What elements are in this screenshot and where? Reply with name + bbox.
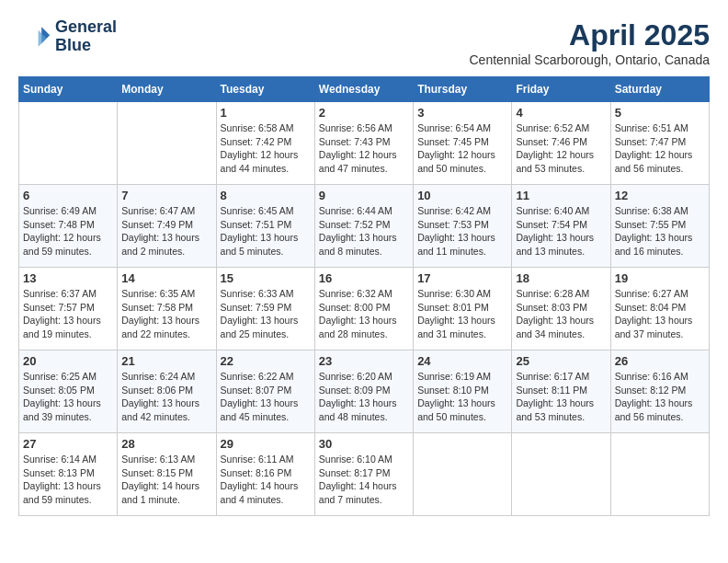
calendar-body: 1 Sunrise: 6:58 AM Sunset: 7:42 PM Dayli…: [19, 102, 710, 516]
sunset-text: Sunset: 7:43 PM: [319, 136, 391, 147]
title-block: April 2025 Centennial Scarborough, Ontar…: [469, 18, 710, 67]
daylight-text: Daylight: 13 hours and 31 minutes.: [417, 315, 495, 339]
week-row-2: 6 Sunrise: 6:49 AM Sunset: 7:48 PM Dayli…: [19, 185, 710, 268]
sunset-text: Sunset: 8:15 PM: [121, 467, 193, 478]
calendar-cell: 19 Sunrise: 6:27 AM Sunset: 8:04 PM Dayl…: [610, 268, 709, 350]
daylight-text: Daylight: 13 hours and 53 minutes.: [516, 397, 594, 422]
daylight-text: Daylight: 12 hours and 56 minutes.: [615, 149, 693, 174]
calendar-cell: 17 Sunrise: 6:30 AM Sunset: 8:01 PM Dayl…: [414, 268, 512, 350]
sunrise-text: Sunrise: 6:47 AM: [121, 205, 195, 216]
calendar-cell: 5 Sunrise: 6:51 AM Sunset: 7:47 PM Dayli…: [610, 102, 709, 185]
day-number: 27: [23, 437, 113, 451]
daylight-text: Daylight: 13 hours and 16 minutes.: [615, 232, 693, 257]
cell-content: Sunrise: 6:19 AM Sunset: 8:10 PM Dayligh…: [417, 370, 507, 424]
daylight-text: Daylight: 13 hours and 19 minutes.: [23, 315, 101, 339]
sunset-text: Sunset: 8:03 PM: [516, 302, 587, 313]
day-number: 7: [121, 189, 211, 202]
cell-content: Sunrise: 6:33 AM Sunset: 7:59 PM Dayligh…: [221, 287, 311, 341]
sunrise-text: Sunrise: 6:28 AM: [516, 288, 589, 299]
sunset-text: Sunset: 8:09 PM: [319, 385, 391, 396]
calendar-header: SundayMondayTuesdayWednesdayThursdayFrid…: [19, 77, 710, 102]
sunrise-text: Sunrise: 6:45 AM: [221, 205, 294, 216]
daylight-text: Daylight: 13 hours and 2 minutes.: [121, 232, 199, 257]
header-day-tuesday: Tuesday: [216, 77, 314, 102]
day-number: 21: [121, 354, 211, 368]
calendar-cell: 8 Sunrise: 6:45 AM Sunset: 7:51 PM Dayli…: [216, 185, 314, 268]
calendar-cell: [118, 102, 216, 185]
day-number: 19: [615, 271, 705, 285]
cell-content: Sunrise: 6:24 AM Sunset: 8:06 PM Dayligh…: [121, 370, 211, 424]
sunrise-text: Sunrise: 6:40 AM: [516, 205, 589, 216]
cell-content: Sunrise: 6:52 AM Sunset: 7:46 PM Dayligh…: [516, 121, 606, 176]
cell-content: Sunrise: 6:13 AM Sunset: 8:15 PM Dayligh…: [121, 453, 211, 507]
sunrise-text: Sunrise: 6:27 AM: [615, 288, 688, 299]
calendar-cell: 15 Sunrise: 6:33 AM Sunset: 7:59 PM Dayl…: [216, 268, 314, 350]
calendar-cell: 9 Sunrise: 6:44 AM Sunset: 7:52 PM Dayli…: [314, 185, 413, 268]
logo: General Blue: [18, 18, 117, 55]
header-day-sunday: Sunday: [19, 77, 118, 102]
day-number: 12: [615, 189, 705, 202]
sunset-text: Sunset: 7:58 PM: [121, 302, 193, 313]
cell-content: Sunrise: 6:44 AM Sunset: 7:52 PM Dayligh…: [319, 204, 409, 259]
daylight-text: Daylight: 13 hours and 39 minutes.: [23, 397, 101, 422]
sunrise-text: Sunrise: 6:49 AM: [23, 205, 97, 216]
cell-content: Sunrise: 6:42 AM Sunset: 7:53 PM Dayligh…: [417, 204, 507, 259]
sunset-text: Sunset: 7:45 PM: [417, 136, 489, 147]
day-number: 1: [221, 106, 311, 120]
day-number: 22: [221, 354, 311, 368]
sunset-text: Sunset: 8:10 PM: [417, 385, 489, 396]
sunrise-text: Sunrise: 6:30 AM: [417, 288, 491, 299]
day-number: 29: [221, 437, 311, 451]
day-number: 17: [417, 271, 507, 285]
cell-content: Sunrise: 6:17 AM Sunset: 8:11 PM Dayligh…: [516, 370, 606, 424]
sunrise-text: Sunrise: 6:38 AM: [615, 205, 688, 216]
day-number: 6: [23, 189, 113, 202]
daylight-text: Daylight: 13 hours and 45 minutes.: [221, 397, 299, 422]
day-number: 3: [417, 106, 507, 120]
calendar-cell: 2 Sunrise: 6:56 AM Sunset: 7:43 PM Dayli…: [314, 102, 413, 185]
day-number: 20: [23, 354, 113, 368]
sunset-text: Sunset: 8:01 PM: [417, 302, 489, 313]
calendar-cell: 26 Sunrise: 6:16 AM Sunset: 8:12 PM Dayl…: [610, 350, 709, 433]
cell-content: Sunrise: 6:54 AM Sunset: 7:45 PM Dayligh…: [417, 121, 507, 176]
cell-content: Sunrise: 6:56 AM Sunset: 7:43 PM Dayligh…: [319, 121, 409, 176]
sunrise-text: Sunrise: 6:52 AM: [516, 122, 589, 133]
cell-content: Sunrise: 6:58 AM Sunset: 7:42 PM Dayligh…: [221, 121, 311, 176]
calendar-cell: 11 Sunrise: 6:40 AM Sunset: 7:54 PM Dayl…: [512, 185, 610, 268]
day-number: 28: [121, 437, 211, 451]
sunrise-text: Sunrise: 6:56 AM: [319, 122, 392, 133]
week-row-1: 1 Sunrise: 6:58 AM Sunset: 7:42 PM Dayli…: [19, 102, 710, 185]
cell-content: Sunrise: 6:38 AM Sunset: 7:55 PM Dayligh…: [615, 204, 705, 259]
day-number: 24: [417, 354, 507, 368]
daylight-text: Daylight: 13 hours and 42 minutes.: [121, 397, 199, 422]
day-number: 23: [319, 354, 409, 368]
day-number: 16: [319, 271, 409, 285]
daylight-text: Daylight: 13 hours and 37 minutes.: [615, 315, 693, 339]
calendar-cell: 24 Sunrise: 6:19 AM Sunset: 8:10 PM Dayl…: [414, 350, 512, 433]
sunset-text: Sunset: 8:05 PM: [23, 385, 95, 396]
sunset-text: Sunset: 8:06 PM: [121, 385, 193, 396]
daylight-text: Daylight: 13 hours and 11 minutes.: [417, 232, 495, 257]
sunrise-text: Sunrise: 6:42 AM: [417, 205, 491, 216]
header-day-wednesday: Wednesday: [314, 77, 413, 102]
sunset-text: Sunset: 7:57 PM: [23, 302, 95, 313]
day-number: 15: [221, 271, 311, 285]
daylight-text: Daylight: 12 hours and 44 minutes.: [221, 149, 299, 174]
cell-content: Sunrise: 6:30 AM Sunset: 8:01 PM Dayligh…: [417, 287, 507, 341]
sunset-text: Sunset: 7:48 PM: [23, 219, 95, 230]
header-day-thursday: Thursday: [414, 77, 512, 102]
cell-content: Sunrise: 6:35 AM Sunset: 7:58 PM Dayligh…: [121, 287, 211, 341]
sunrise-text: Sunrise: 6:58 AM: [221, 122, 294, 133]
day-number: 4: [516, 106, 606, 120]
sunrise-text: Sunrise: 6:51 AM: [615, 122, 688, 133]
calendar-table: SundayMondayTuesdayWednesdayThursdayFrid…: [18, 76, 710, 516]
calendar-cell: 7 Sunrise: 6:47 AM Sunset: 7:49 PM Dayli…: [118, 185, 216, 268]
cell-content: Sunrise: 6:45 AM Sunset: 7:51 PM Dayligh…: [221, 204, 311, 259]
calendar-cell: 14 Sunrise: 6:35 AM Sunset: 7:58 PM Dayl…: [118, 268, 216, 350]
sunset-text: Sunset: 8:07 PM: [221, 385, 292, 396]
day-number: 11: [516, 189, 606, 202]
cell-content: Sunrise: 6:28 AM Sunset: 8:03 PM Dayligh…: [516, 287, 606, 341]
sunrise-text: Sunrise: 6:13 AM: [121, 454, 195, 465]
sunset-text: Sunset: 7:53 PM: [417, 219, 489, 230]
daylight-text: Daylight: 12 hours and 53 minutes.: [516, 149, 594, 174]
